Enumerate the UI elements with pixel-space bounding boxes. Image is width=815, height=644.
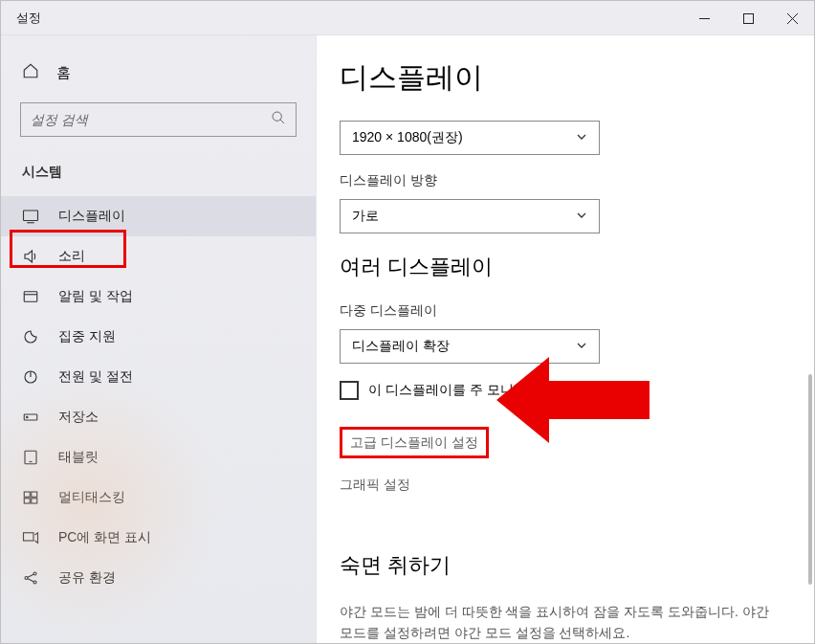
- sidebar: 홈 시스템 디스플레이 소리: [1, 35, 317, 643]
- sidebar-item-power[interactable]: 전원 및 절전: [1, 357, 316, 397]
- sidebar-item-label: 태블릿: [58, 449, 99, 466]
- multi-display-value: 디스플레이 확장: [352, 338, 450, 355]
- svg-point-4: [273, 112, 281, 121]
- home-label: 홈: [56, 64, 71, 82]
- notification-icon: [22, 288, 39, 305]
- page-title: 디스플레이: [340, 58, 776, 98]
- storage-icon: [22, 409, 39, 426]
- focus-icon: [22, 328, 39, 345]
- project-icon: [22, 529, 39, 546]
- home-icon: [22, 62, 39, 83]
- sidebar-item-share[interactable]: 공유 환경: [1, 558, 316, 598]
- orientation-label: 디스플레이 방향: [340, 172, 776, 189]
- search-icon: [271, 110, 286, 129]
- svg-line-24: [28, 579, 33, 582]
- svg-point-12: [27, 416, 29, 418]
- sidebar-item-label: 집중 지원: [58, 328, 116, 345]
- svg-rect-15: [24, 492, 30, 497]
- window-controls: [682, 1, 814, 35]
- orientation-value: 가로: [352, 208, 379, 225]
- orientation-dropdown[interactable]: 가로: [340, 199, 600, 233]
- sidebar-item-label: PC에 화면 표시: [58, 529, 151, 546]
- search-box[interactable]: [20, 102, 297, 137]
- sidebar-item-sound[interactable]: 소리: [1, 236, 316, 277]
- maximize-button[interactable]: [726, 1, 770, 35]
- chevron-down-icon: [576, 130, 587, 145]
- svg-point-20: [25, 577, 28, 580]
- multitask-icon: [22, 489, 39, 506]
- sidebar-item-project[interactable]: PC에 화면 표시: [1, 518, 316, 558]
- share-icon: [22, 569, 39, 587]
- multi-display-dropdown[interactable]: 디스플레이 확장: [340, 329, 600, 364]
- svg-rect-8: [24, 292, 37, 302]
- sidebar-item-multitask[interactable]: 멀티태스킹: [1, 477, 316, 518]
- graphics-settings-link[interactable]: 그래픽 설정: [340, 477, 410, 494]
- display-icon: [22, 208, 39, 225]
- svg-rect-18: [32, 499, 37, 503]
- svg-rect-6: [24, 211, 38, 221]
- sidebar-item-focus[interactable]: 집중 지원: [1, 317, 316, 357]
- sidebar-item-notifications[interactable]: 알림 및 작업: [1, 277, 316, 317]
- svg-line-5: [280, 120, 284, 123]
- power-icon: [22, 368, 39, 386]
- home-nav[interactable]: 홈: [1, 55, 316, 102]
- resolution-value: 1920 × 1080(권장): [352, 129, 463, 146]
- tablet-icon: [22, 449, 39, 466]
- svg-line-23: [28, 574, 33, 577]
- svg-rect-17: [24, 499, 30, 503]
- close-button[interactable]: [770, 1, 814, 35]
- sound-icon: [22, 248, 39, 265]
- sidebar-item-label: 알림 및 작업: [58, 288, 133, 305]
- sidebar-item-label: 전원 및 절전: [58, 368, 133, 386]
- primary-monitor-label: 이 디스플레이를 주 모니터로 만들기: [368, 382, 584, 399]
- resolution-dropdown[interactable]: 1920 × 1080(권장): [340, 121, 600, 155]
- sidebar-item-tablet[interactable]: 태블릿: [1, 437, 316, 477]
- svg-point-22: [33, 581, 36, 584]
- multi-display-label: 다중 디스플레이: [340, 302, 776, 320]
- svg-point-21: [33, 572, 36, 575]
- window-title: 설정: [16, 10, 41, 27]
- svg-rect-19: [24, 533, 34, 541]
- svg-rect-1: [743, 13, 753, 23]
- checkbox-icon: [340, 381, 359, 400]
- minimize-button[interactable]: [682, 1, 726, 35]
- sidebar-item-label: 공유 환경: [58, 569, 116, 587]
- chevron-down-icon: [576, 339, 587, 354]
- sidebar-item-display[interactable]: 디스플레이: [1, 196, 316, 236]
- advanced-display-link[interactable]: 고급 디스플레이 설정: [350, 434, 478, 452]
- sidebar-item-label: 소리: [58, 248, 85, 265]
- category-label: 시스템: [1, 164, 316, 196]
- highlight-annotation: 고급 디스플레이 설정: [340, 427, 489, 458]
- multi-display-title: 여러 디스플레이: [340, 253, 776, 281]
- primary-monitor-checkbox-row[interactable]: 이 디스플레이를 주 모니터로 만들기: [340, 381, 776, 400]
- sidebar-item-label: 멀티태스킹: [58, 489, 125, 506]
- sleep-description: 야간 모드는 밤에 더 따뜻한 색을 표시하여 잠을 자도록 도와줍니다. 야간…: [340, 601, 776, 643]
- search-input[interactable]: [31, 112, 271, 127]
- sidebar-item-storage[interactable]: 저장소: [1, 397, 316, 437]
- sidebar-item-label: 디스플레이: [58, 208, 125, 225]
- main-content: 디스플레이 1920 × 1080(권장) 디스플레이 방향 가로 여러 디스플…: [317, 35, 814, 643]
- svg-rect-16: [32, 492, 37, 497]
- sleep-title: 숙면 취하기: [340, 551, 776, 580]
- chevron-down-icon: [576, 209, 587, 224]
- scrollbar[interactable]: [808, 374, 812, 585]
- sidebar-item-label: 저장소: [58, 409, 99, 426]
